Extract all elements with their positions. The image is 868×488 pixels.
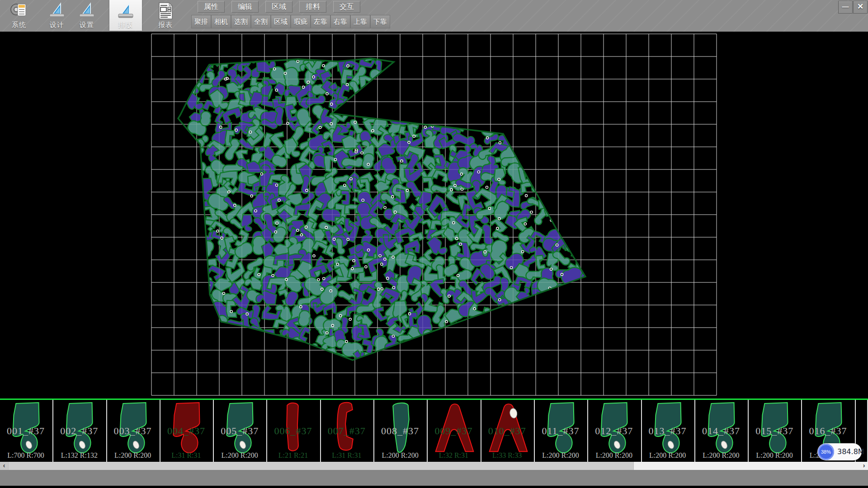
piece-lr-count: L:21 R:21	[268, 451, 319, 460]
tool-button-7[interactable]: 左靠	[311, 15, 330, 28]
report-icon	[156, 1, 175, 20]
set-square-icon	[116, 1, 135, 20]
piece-thumbnail-003_#37[interactable]: 003_#37L:200 R:200	[107, 400, 160, 462]
memory-value: 384.8M	[837, 443, 864, 460]
piece-name: 004_#37	[160, 425, 212, 437]
piece-lr-count: L:700 R:700	[0, 451, 52, 460]
big-button-label: 系统	[5, 21, 33, 29]
piece-name: 001_#37	[0, 425, 52, 437]
piece-lr-count: L:200 R:200	[535, 451, 586, 460]
tool-button-10[interactable]: 下靠	[370, 15, 390, 28]
piece-thumbnail-005_#37[interactable]: 005_#37L:200 R:200	[214, 400, 267, 462]
piece-lr-count: L:132 R:132	[53, 451, 105, 460]
set-square-icon	[77, 1, 96, 20]
piece-name: 0	[856, 425, 868, 437]
piece-name: 014_#37	[695, 425, 747, 437]
piece-name: 011_#37	[535, 425, 586, 437]
set-square-icon	[47, 1, 66, 20]
piece-lr-count: L:200 R:200	[642, 451, 693, 460]
horizontal-scrollbar[interactable]: ‹ ›	[0, 462, 868, 470]
piece-thumbnail-015_#37[interactable]: 015_#37L:200 R:200	[749, 400, 802, 462]
big-button-label: 排版	[109, 21, 142, 29]
piece-thumbnail-008_#37[interactable]: 008_#37L:200 R:200	[374, 400, 428, 462]
tool-button-2[interactable]: 相机	[211, 15, 231, 28]
piece-thumbnail-strip: 38% 384.8M 001_#37L:700 R:700002_#37L:13…	[0, 399, 868, 462]
piece-lr-count: L:200 R:200	[588, 451, 640, 460]
tool-button-9[interactable]: 上靠	[350, 15, 370, 28]
piece-name: 010_#37	[481, 425, 533, 437]
menu-tab-5[interactable]: 交互	[333, 1, 360, 13]
piece-lr-count: L:33 R:33	[481, 451, 533, 460]
piece-lr-count: L:200 R:200	[214, 451, 265, 460]
big-button-settings[interactable]: 设置	[72, 0, 101, 31]
big-button-label: 报表	[151, 21, 180, 29]
big-button-label: 设计	[42, 21, 71, 29]
piece-thumbnail-014_#37[interactable]: 014_#37L:200 R:200	[695, 400, 749, 462]
nesting-svg	[0, 32, 868, 399]
tool-button-5[interactable]: 区域	[271, 15, 291, 28]
piece-name: 013_#37	[642, 425, 693, 437]
piece-thumbnail-012_#37[interactable]: 012_#37L:200 R:200	[588, 400, 642, 462]
piece-name: 006_#37	[268, 425, 319, 437]
piece-lr-count: L:200 R:200	[107, 451, 159, 460]
status-footer	[0, 470, 868, 488]
gear-document-icon	[9, 1, 28, 20]
piece-name: 008_#37	[374, 425, 426, 437]
piece-thumbnail-006_#37[interactable]: 006_#37L:21 R:21	[268, 400, 321, 462]
big-button-label: 设置	[72, 21, 101, 29]
big-button-nesting[interactable]: 排版	[109, 0, 142, 31]
big-button-system[interactable]: 系统	[5, 0, 33, 31]
piece-thumbnail-011_#37[interactable]: 011_#37L:200 R:200	[535, 400, 588, 462]
menu-tab-2[interactable]: 编辑	[231, 1, 259, 13]
tool-button-8[interactable]: 右靠	[330, 15, 350, 28]
piece-thumbnail-002_#37[interactable]: 002_#37L:132 R:132	[53, 400, 107, 462]
menu-tab-3[interactable]: 区域	[265, 1, 292, 13]
piece-name: 003_#37	[107, 425, 159, 437]
memory-status-badge: 38% 384.8M	[817, 443, 862, 460]
big-button-report[interactable]: 报表	[151, 0, 180, 31]
piece-name: 009_#37	[428, 425, 479, 437]
tool-button-1[interactable]: 聚排	[191, 15, 211, 28]
scroll-left-button[interactable]: ‹	[0, 462, 8, 470]
tool-button-4[interactable]: 全割	[251, 15, 271, 28]
nesting-canvas[interactable]	[0, 32, 868, 399]
tool-button-6[interactable]: 瑕疵	[291, 15, 311, 28]
piece-thumbnail-007_#37[interactable]: 007_#37L:31 R:31	[321, 400, 374, 462]
tool-button-3[interactable]: 选割	[231, 15, 251, 28]
menu-tab-1[interactable]: 属性	[198, 1, 225, 13]
piece-thumbnail-010_#37[interactable]: 010_#37L:33 R:33	[481, 400, 535, 462]
big-button-design[interactable]: 设计	[42, 0, 71, 31]
piece-thumbnail-013_#37[interactable]: 013_#37L:200 R:200	[642, 400, 695, 462]
piece-thumbnail-004_#37[interactable]: 004_#37L:31 R:31	[160, 400, 214, 462]
piece-name: 012_#37	[588, 425, 640, 437]
progress-percent-badge: 38%	[818, 444, 834, 460]
piece-name: 005_#37	[214, 425, 265, 437]
piece-name: 007_#37	[321, 425, 373, 437]
piece-lr-count: L:32 R:31	[428, 451, 479, 460]
piece-name: 016_#37	[802, 425, 854, 437]
piece-name: 002_#37	[53, 425, 105, 437]
piece-lr-count: L:200 R:200	[749, 451, 800, 460]
scrollbar-thumb[interactable]	[8, 462, 634, 470]
piece-thumbnail-009_#37[interactable]: 009_#37L:32 R:31	[428, 400, 481, 462]
piece-lr-count: L:31 R:31	[160, 451, 212, 460]
piece-lr-count: L:200 R:200	[374, 451, 426, 460]
piece-lr-count: L:200 R:200	[695, 451, 747, 460]
piece-name: 015_#37	[749, 425, 800, 437]
minimize-button[interactable]: —	[838, 1, 853, 14]
scroll-right-button[interactable]: ›	[860, 462, 868, 470]
titlebar: 系统 设计 设置 排版	[0, 0, 868, 32]
piece-thumbnail-001_#37[interactable]: 001_#37L:700 R:700	[0, 400, 53, 462]
close-button[interactable]: ✕	[853, 1, 868, 14]
piece-lr-count: L:31 R:31	[321, 451, 373, 460]
menu-tab-4[interactable]: 排料	[299, 1, 326, 13]
